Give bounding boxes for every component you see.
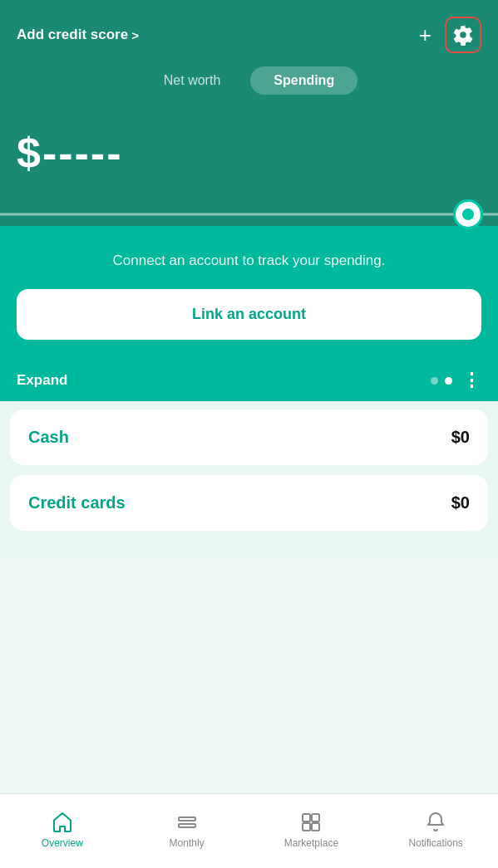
settings-button[interactable] xyxy=(445,17,481,53)
header-top-row: Add credit score > + xyxy=(17,17,481,66)
slider-thumb[interactable] xyxy=(453,199,483,229)
slider-thumb-inner xyxy=(462,208,474,220)
tab-spending[interactable]: Spending xyxy=(250,66,357,95)
credit-cards-card[interactable]: Credit cards $0 xyxy=(10,475,488,531)
gear-icon xyxy=(452,24,474,46)
nav-label-monthly: Monthly xyxy=(170,837,205,849)
slider-container xyxy=(0,203,498,226)
credit-cards-label: Credit cards xyxy=(28,493,126,512)
nav-label-marketplace: Marketplace xyxy=(284,837,338,849)
add-credit-score-link[interactable]: Add credit score > xyxy=(17,27,139,43)
marketplace-icon xyxy=(299,811,323,834)
cash-card[interactable]: Cash $0 xyxy=(10,409,488,465)
accounts-list: Cash $0 Credit cards $0 xyxy=(0,401,498,557)
tab-net-worth[interactable]: Net worth xyxy=(141,66,244,95)
nav-item-overview[interactable]: Overview xyxy=(0,811,125,849)
credit-cards-amount: $0 xyxy=(451,493,470,512)
svg-rect-3 xyxy=(312,814,319,821)
dot-1 xyxy=(431,377,438,385)
dot-2 xyxy=(445,377,452,385)
bottom-navigation: Overview Monthly Marketplace xyxy=(0,793,498,868)
more-options-button[interactable]: ⋮ xyxy=(462,370,481,391)
app-header: Add credit score > + Net worth Spending xyxy=(0,0,498,111)
nav-label-overview: Overview xyxy=(42,837,83,849)
spending-message: Connect an account to track your spendin… xyxy=(0,226,498,289)
nav-item-marketplace[interactable]: Marketplace xyxy=(249,811,374,849)
cash-label: Cash xyxy=(28,428,69,447)
svg-rect-4 xyxy=(303,823,310,831)
home-icon xyxy=(51,811,74,834)
slider-track xyxy=(0,213,498,216)
tab-group: Net worth Spending xyxy=(17,66,481,111)
header-actions: + xyxy=(419,17,481,53)
pagination-dots xyxy=(431,377,452,385)
monthly-icon xyxy=(175,811,199,834)
add-credit-score-label: Add credit score xyxy=(17,27,128,43)
expand-label: Expand xyxy=(17,372,431,389)
link-account-button[interactable]: Link an account xyxy=(17,289,481,340)
amount-area: $----- xyxy=(0,111,498,203)
chevron-right-icon: > xyxy=(131,28,139,42)
bell-icon xyxy=(424,811,447,834)
nav-label-notifications: Notifications xyxy=(408,837,462,849)
svg-rect-5 xyxy=(312,823,319,831)
cash-amount: $0 xyxy=(451,428,470,447)
spending-content: Connect an account to track your spendin… xyxy=(0,226,498,401)
svg-rect-2 xyxy=(303,814,310,821)
nav-item-monthly[interactable]: Monthly xyxy=(125,811,249,849)
svg-rect-0 xyxy=(179,817,195,821)
nav-item-notifications[interactable]: Notifications xyxy=(373,811,498,849)
add-button[interactable]: + xyxy=(419,24,431,46)
svg-rect-1 xyxy=(179,824,195,827)
expand-row: Expand ⋮ xyxy=(0,360,498,401)
amount-display: $----- xyxy=(17,128,481,203)
